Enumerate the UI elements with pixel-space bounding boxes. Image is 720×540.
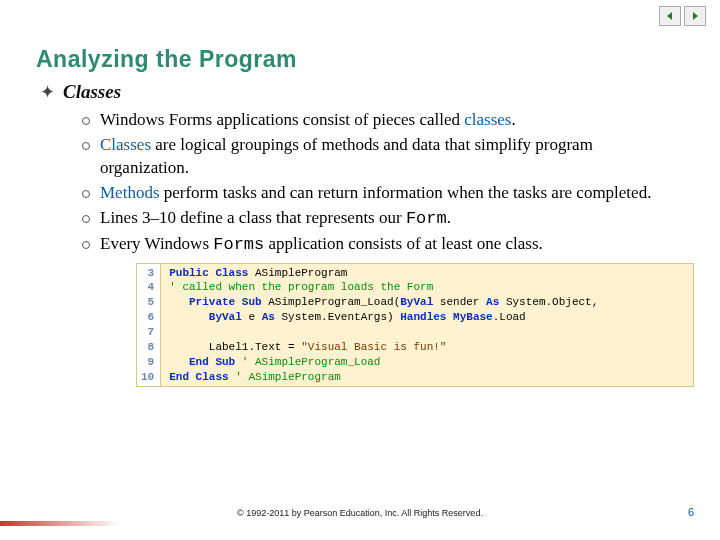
code-text: ASimpleProgram (248, 267, 347, 279)
nav-buttons (659, 6, 706, 26)
line-number-gutter: 3 4 5 6 7 8 9 10 (137, 264, 161, 387)
text: perform tasks and can return information… (160, 183, 652, 202)
text: Lines 3–10 define a class that represent… (100, 208, 406, 227)
line-number: 8 (141, 340, 154, 355)
code-comment: ' ASimpleProgram_Load (235, 356, 380, 368)
svg-marker-0 (667, 12, 672, 20)
term: Classes (100, 135, 151, 154)
ring-icon (82, 142, 90, 150)
code-kw: End Class (169, 371, 228, 383)
code-kw: End Sub (169, 356, 235, 368)
line-number: 9 (141, 355, 154, 370)
accent-bar (0, 521, 120, 526)
page-number: 6 (688, 506, 694, 518)
next-button[interactable] (684, 6, 706, 26)
text: Every Windows (100, 234, 213, 253)
code-kw: Private Sub (169, 296, 261, 308)
footer-copyright: © 1992-2011 by Pearson Education, Inc. A… (0, 508, 720, 518)
code-kw: As (262, 311, 275, 323)
ring-icon (82, 190, 90, 198)
code-text: sender (433, 296, 486, 308)
code-text: ASimpleProgram_Load( (262, 296, 401, 308)
line-number: 4 (141, 280, 154, 295)
content-area: ✦ Classes Windows Forms applications con… (40, 81, 680, 387)
list-item: Every Windows Forms application consists… (82, 233, 680, 257)
ring-icon (82, 215, 90, 223)
code-text: e (242, 311, 262, 323)
code-kw: ByVal (400, 296, 433, 308)
line-number: 5 (141, 295, 154, 310)
line-number: 10 (141, 370, 154, 385)
code-string: "Visual Basic is fun!" (301, 341, 446, 353)
text: . (512, 110, 516, 129)
code-lines: Public Class ASimpleProgram ' called whe… (161, 264, 606, 387)
list-item: Classes are logical groupings of methods… (82, 134, 680, 180)
code-kw: ByVal (169, 311, 242, 323)
bullet-list: Windows Forms applications consist of pi… (82, 109, 680, 257)
bullet-icon: ✦ (40, 83, 55, 101)
arrow-left-icon (665, 11, 675, 21)
ring-icon (82, 117, 90, 125)
list-item: Windows Forms applications consist of pi… (82, 109, 680, 132)
term: Methods (100, 183, 160, 202)
section-label: Classes (63, 81, 121, 103)
prev-button[interactable] (659, 6, 681, 26)
mono-text: Forms (213, 235, 264, 254)
line-number: 3 (141, 266, 154, 281)
code-block: 3 4 5 6 7 8 9 10 Public Class ASimplePro… (136, 263, 694, 388)
code-kw: Public Class (169, 267, 248, 279)
text: Windows Forms applications consist of pi… (100, 110, 464, 129)
text: are logical groupings of methods and dat… (100, 135, 593, 177)
mono-text: Form (406, 209, 447, 228)
code-text: .Load (493, 311, 526, 323)
code-comment: ' ASimpleProgram (229, 371, 341, 383)
page-title: Analyzing the Program (36, 46, 720, 73)
list-item: Methods perform tasks and can return inf… (82, 182, 680, 205)
text: application consists of at least one cla… (264, 234, 543, 253)
line-number: 6 (141, 310, 154, 325)
line-number: 7 (141, 325, 154, 340)
arrow-right-icon (690, 11, 700, 21)
code-kw: Handles MyBase (400, 311, 492, 323)
section-header: ✦ Classes (40, 81, 680, 103)
code-text: Label1.Text = (169, 341, 301, 353)
term: classes (464, 110, 511, 129)
code-comment: ' called when the program loads the Form (169, 281, 433, 293)
list-item: Lines 3–10 define a class that represent… (82, 207, 680, 231)
ring-icon (82, 241, 90, 249)
svg-marker-1 (693, 12, 698, 20)
code-text: System.Object, (499, 296, 598, 308)
code-text: System.EventArgs) (275, 311, 400, 323)
code-kw: As (486, 296, 499, 308)
text: . (447, 208, 451, 227)
